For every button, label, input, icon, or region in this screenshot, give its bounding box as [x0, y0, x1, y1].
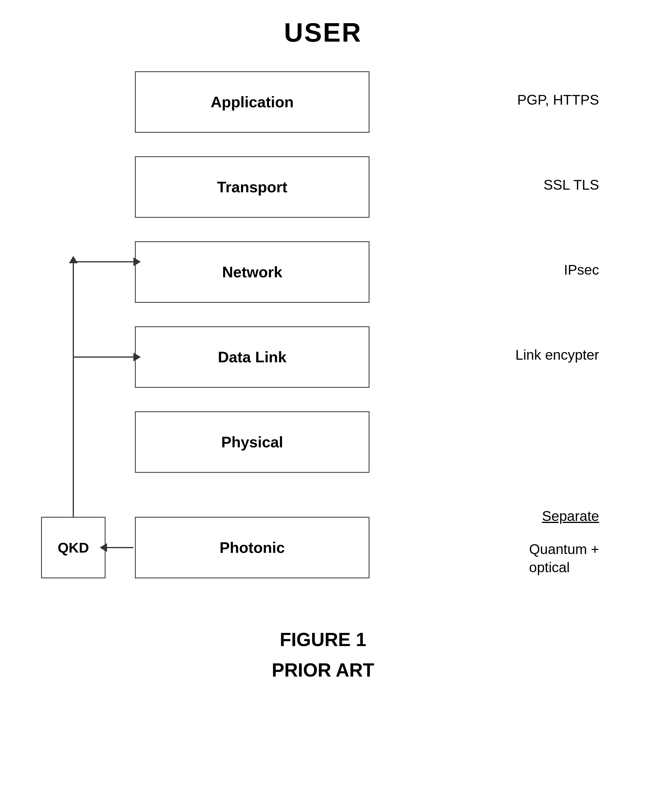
layer-physical: Physical — [135, 411, 370, 473]
page-container: USER Application Transport Network Data … — [0, 0, 646, 812]
transport-label: Transport — [217, 178, 287, 196]
figure-title: FIGURE 1 — [23, 629, 623, 650]
ipsec-label: IPsec — [564, 262, 599, 278]
pgp-label: PGP, HTTPS — [517, 92, 599, 108]
link-label: Link encypter — [516, 347, 599, 363]
layer-network: Network — [135, 241, 370, 303]
layer-photonic: Photonic — [135, 517, 370, 578]
photonic-label: Photonic — [220, 539, 285, 556]
figure-subtitle: PRIOR ART — [23, 659, 623, 681]
separate-label: Separate — [542, 508, 599, 524]
network-label: Network — [222, 263, 282, 281]
layer-transport: Transport — [135, 156, 370, 218]
diagram-area: Application Transport Network Data Link … — [23, 71, 623, 716]
quantum-label: Quantum +optical — [529, 540, 599, 577]
ssl-label: SSL TLS — [544, 177, 599, 193]
qkd-label: QKD — [58, 540, 89, 556]
application-label: Application — [211, 93, 293, 111]
svg-marker-7 — [69, 256, 78, 263]
qkd-box: QKD — [41, 517, 105, 578]
datalink-label: Data Link — [218, 348, 287, 366]
layer-application: Application — [135, 71, 370, 133]
physical-label: Physical — [221, 433, 283, 451]
page-title: USER — [23, 18, 623, 48]
figure-caption: FIGURE 1 PRIOR ART — [23, 629, 623, 681]
layer-datalink: Data Link — [135, 326, 370, 388]
